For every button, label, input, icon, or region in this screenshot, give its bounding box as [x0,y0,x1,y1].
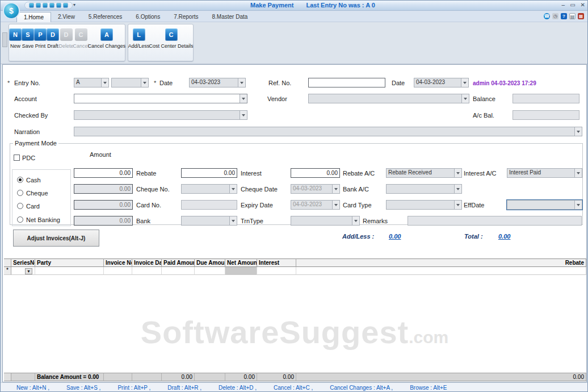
entry-series-select[interactable]: A [74,78,109,87]
rebate-cell[interactable] [296,267,586,275]
phone-icon[interactable]: ☎ [544,13,550,19]
rebate-ac-select[interactable]: Rebate Received [386,168,462,178]
chevron-down-icon[interactable] [141,78,148,87]
cost-center-details-button[interactable]: C Cost Center Details [149,24,193,49]
col-party: Party [35,258,104,267]
minimize-button[interactable]: – [562,1,565,9]
ribbon-group-main: N New S Save P Print D Draft D Delete C … [9,24,125,61]
due-amount-cell[interactable] [195,267,225,275]
chevron-down-icon[interactable] [240,94,247,103]
tab-home[interactable]: 1.Home [16,12,51,22]
expiry-date-label: Expiry Date [241,202,273,208]
quick-access-icon-1[interactable] [29,3,34,8]
interest-ac-select[interactable]: Interest Paid [507,168,582,178]
bank-ac-label: Bank A/C [343,186,369,193]
chevron-down-icon[interactable] [101,78,108,87]
vendor-select[interactable] [308,94,469,103]
party-cell[interactable] [35,267,104,275]
draft-button[interactable]: D Draft [47,24,59,49]
card-radio[interactable] [17,203,23,209]
clock-icon[interactable]: ◷ [552,13,558,19]
ref-no-input[interactable] [308,78,385,87]
chevron-down-icon[interactable] [238,78,245,87]
account-label: Account [14,95,37,102]
entry-date-picker[interactable]: 04-03-2023 [189,78,246,87]
ref-date-picker[interactable]: 04-03-2023 [414,78,469,87]
chevron-down-icon[interactable] [461,78,468,87]
tab-reports[interactable]: 7.Reports [167,12,205,22]
cheque-date-picker: 04-03-2023 [291,184,340,194]
invoice-date-cell[interactable] [132,267,162,275]
interest-label: Interest [241,170,262,177]
chevron-down-icon[interactable] [574,169,582,177]
netbanking-radio[interactable] [17,216,23,223]
chevron-down-icon[interactable] [574,127,582,136]
quick-access-icon-2[interactable] [36,3,41,8]
tab-references[interactable]: 5.References [82,12,129,22]
bank-label: Bank [136,218,150,224]
chevron-down-icon [352,216,359,225]
cheque-label: Cheque [26,190,48,197]
cash-amount-input[interactable] [74,168,133,178]
chevron-down-icon[interactable] [240,111,247,119]
quick-access-icon-5[interactable] [56,3,61,8]
draft-icon: D [47,28,59,41]
ribbon-handle-icon[interactable] [2,32,7,47]
series-dropdown-icon[interactable]: ▼ [25,268,32,274]
seriesno-cell[interactable]: ▼ [11,267,35,275]
add-less-total-value[interactable]: 0.00 [389,233,401,240]
ac-bal-label: A/c Bal. [473,112,494,119]
checked-by-select[interactable] [74,110,247,120]
interest-ac-label: Interest A/C [464,170,496,177]
amount-column-header: Amount [90,151,111,158]
quick-access-overflow-icon[interactable]: ▾ [73,2,75,7]
interest-input[interactable] [291,168,340,178]
help-icon[interactable]: ? [561,13,567,19]
tab-options[interactable]: 6.Options [129,12,167,22]
statusbar: New : Alt+N , Save : Alt+S , Print : Alt… [1,382,587,392]
rebate-input[interactable] [181,168,237,178]
new-button[interactable]: N New [9,24,22,49]
entry-number-select[interactable] [111,78,149,87]
col-rebate: Rebate [296,258,586,267]
card-label: Card [26,203,40,210]
maximize-button[interactable]: ▭ [570,1,575,9]
save-button[interactable]: S Save [22,24,34,49]
card-type-select [386,200,462,210]
form-panel: * Entry No. A * Date 04-03-2023 Ref. No.… [2,64,587,382]
app-logo-icon[interactable]: $ [3,2,20,19]
tab-view[interactable]: 2.View [51,12,82,22]
print-button[interactable]: P Print [34,24,47,49]
total-value[interactable]: 0.00 [498,233,510,240]
chevron-down-icon[interactable] [461,94,469,103]
invoice-no-cell[interactable] [104,267,132,275]
remarks-label: Remarks [363,218,388,224]
watermark: SoftwareSuggest.com [3,314,586,351]
label-icon[interactable]: ▦ [578,13,584,19]
note-icon[interactable]: ▤ [569,13,576,19]
quick-access-icon-3[interactable] [43,3,48,8]
total-interest: 0.00 [257,373,296,381]
account-select[interactable] [74,94,247,103]
cheque-radio[interactable] [17,190,23,196]
quick-access-icon-6[interactable] [63,3,68,8]
cash-radio[interactable] [17,177,23,183]
tab-master-data[interactable]: 8.Master Data [205,12,255,22]
effdate-select[interactable] [507,200,582,210]
bank-ac-select [386,184,462,194]
chevron-down-icon[interactable] [574,201,582,209]
cancel-icon: C [75,28,87,41]
narration-input[interactable] [74,127,582,136]
adjust-invoices-button[interactable]: Adjust Invoices(Alt-J) [13,230,99,247]
shortcut-save: Save : Alt+S , [66,385,100,391]
close-button[interactable]: ✕ [581,1,585,9]
vendor-label: Vendor [267,95,287,102]
chevron-down-icon[interactable] [454,169,461,177]
pdc-checkbox[interactable] [14,155,20,161]
interest-cell[interactable] [257,267,296,275]
paid-amount-cell[interactable] [162,267,195,275]
quick-access-icon-4[interactable] [49,3,54,8]
date-required-marker: * [154,80,156,86]
cancel-changes-button[interactable]: A Cancel Changes [89,24,125,49]
add-less-button[interactable]: L Add/Less [128,24,149,49]
